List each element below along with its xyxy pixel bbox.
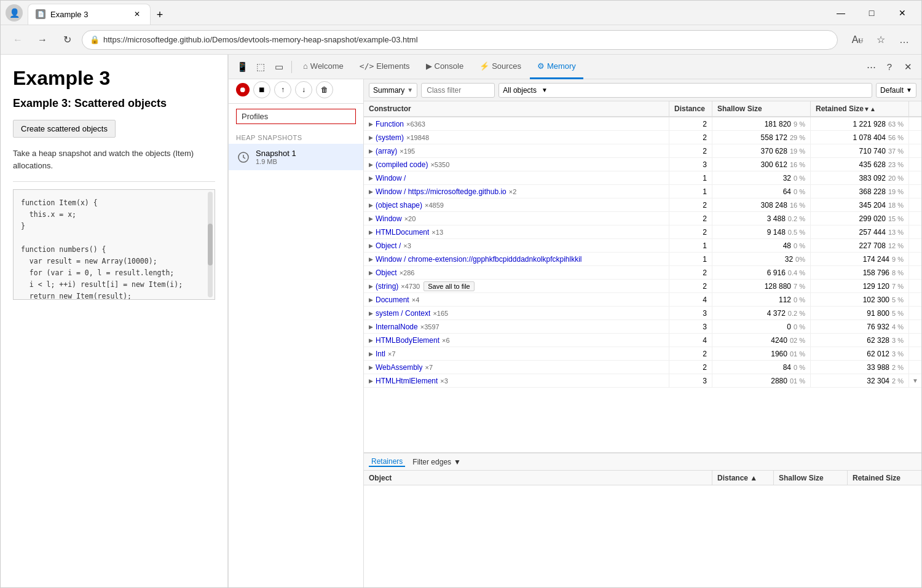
device-toolbar-button[interactable]: 📱 — [234, 58, 251, 76]
elements-tab-label: Elements — [376, 61, 409, 71]
default-select[interactable]: Default ▼ — [876, 83, 916, 98]
shallow-pct: 9 % — [794, 120, 805, 128]
devtools-close-button[interactable]: ✕ — [899, 58, 916, 76]
table-row[interactable]: ▶Document×441120 %102 3005 % — [364, 293, 921, 307]
devtools-tab-console[interactable]: ▶ Console — [419, 55, 471, 79]
td-shallow: 558 17229 % — [712, 131, 811, 144]
table-row[interactable]: ▶HTMLBodyElement×64424002 %62 3283 % — [364, 334, 921, 347]
constructor-count: ×7 — [388, 350, 396, 358]
snapshot-item[interactable]: Snapshot 1 1.9 MB — [229, 144, 363, 170]
reader-view-button[interactable]: Aᵾ — [848, 30, 867, 50]
td-retained: 102 3005 % — [811, 293, 909, 306]
constructor-name: Intl — [376, 350, 385, 358]
table-row[interactable]: ▶Window / chrome-extension://gpphkfbcpid… — [364, 253, 921, 266]
maximize-button[interactable]: □ — [857, 3, 886, 23]
expand-arrow[interactable]: ▶ — [369, 283, 373, 289]
expand-arrow[interactable]: ▶ — [369, 135, 373, 141]
load-button[interactable]: ↓ — [295, 81, 312, 98]
table-row[interactable]: ▶(string)×4730Save all to file2128 8807 … — [364, 280, 921, 293]
close-button[interactable]: ✕ — [888, 3, 916, 23]
devtools-tab-elements[interactable]: </> Elements — [352, 55, 417, 79]
url-bar[interactable]: 🔒 https://microsoftedge.github.io/Demos/… — [82, 30, 838, 50]
devtools-tab-sources[interactable]: ⚡ Sources — [472, 55, 529, 79]
forward-button[interactable]: → — [33, 30, 52, 50]
expand-arrow[interactable]: ▶ — [369, 378, 373, 384]
table-row[interactable]: ▶(compiled code)×53503300 61216 %435 628… — [364, 158, 921, 171]
summary-select[interactable]: Summary ▼ — [369, 83, 417, 98]
td-constructor: ▶(string)×4730Save all to file — [364, 280, 669, 292]
expand-arrow[interactable]: ▶ — [369, 162, 373, 168]
record-button[interactable]: ⏺ — [236, 83, 250, 96]
favorites-button[interactable]: ☆ — [871, 30, 891, 50]
devtools-tab-welcome[interactable]: ⌂ Welcome — [296, 55, 351, 79]
expand-arrow[interactable]: ▶ — [369, 310, 373, 316]
shallow-value: 9 148 — [767, 228, 786, 237]
th-retained[interactable]: Retained Size ▼▲ — [811, 101, 909, 116]
expand-arrow[interactable]: ▶ — [369, 148, 373, 154]
more-button[interactable]: … — [894, 30, 914, 50]
expand-arrow[interactable]: ▶ — [369, 202, 373, 208]
clear-button[interactable]: 🗑 — [316, 81, 333, 98]
code-scrollbar[interactable] — [208, 192, 213, 297]
new-tab-button[interactable]: + — [151, 6, 169, 25]
table-row[interactable]: ▶HTMLHtmlElement×33288001 %32 3042 %▼ — [364, 374, 921, 388]
td-sort — [909, 171, 921, 184]
table-row[interactable]: ▶(system)×198482558 17229 %1 078 40456 % — [364, 131, 921, 144]
expand-arrow[interactable]: ▶ — [369, 121, 373, 127]
table-row[interactable]: ▶(array)×1952370 62819 %710 74037 % — [364, 144, 921, 158]
create-scattered-objects-button[interactable]: Create scattered objects — [13, 120, 116, 138]
expand-arrow[interactable]: ▶ — [369, 189, 373, 195]
retained-pct: 8 % — [892, 269, 904, 276]
save-all-to-file-button[interactable]: Save all to file — [424, 281, 474, 291]
table-row[interactable]: ▶Function×63632181 8209 %1 221 92863 % — [364, 117, 921, 131]
td-sort — [909, 280, 921, 292]
retainers-tab[interactable]: Retainers — [369, 457, 405, 467]
summary-dropdown-arrow: ▼ — [407, 87, 413, 93]
table-row[interactable]: ▶Window / https://microsoftedge.github.i… — [364, 185, 921, 198]
table-row[interactable]: ▶Intl×72196001 %62 0123 % — [364, 347, 921, 361]
expand-arrow[interactable]: ▶ — [369, 216, 373, 222]
td-constructor: ▶HTMLDocument×13 — [364, 225, 669, 238]
expand-arrow[interactable]: ▶ — [369, 229, 373, 235]
expand-arrow[interactable]: ▶ — [369, 297, 373, 303]
refresh-button[interactable]: ↻ — [57, 30, 77, 50]
table-row[interactable]: ▶(object shape)×48592308 24816 %345 2041… — [364, 198, 921, 212]
expand-arrow[interactable]: ▶ — [369, 324, 373, 330]
expand-arrow[interactable]: ▶ — [369, 351, 373, 357]
table-row[interactable]: ▶InternalNode×3597300 %76 9324 % — [364, 320, 921, 334]
table-row[interactable]: ▶Object×28626 9160.4 %158 7968 % — [364, 266, 921, 280]
td-retained: 345 20418 % — [811, 198, 909, 211]
expand-arrow[interactable]: ▶ — [369, 270, 373, 276]
filter-edges-button[interactable]: Filter edges ▼ — [412, 458, 461, 466]
expand-arrow[interactable]: ▶ — [369, 256, 373, 262]
bottom-table-header: Object Distance ▲ Shallow Size Retained … — [364, 471, 921, 485]
expand-arrow[interactable]: ▶ — [369, 364, 373, 370]
all-objects-select[interactable]: All objects ▼ — [498, 83, 872, 98]
back-button[interactable]: ← — [8, 30, 28, 50]
devtools-more-button[interactable]: ⋯ — [862, 58, 880, 76]
browser-tab-example3[interactable]: 📄 Example 3 ✕ — [28, 4, 151, 25]
devtools-tab-memory[interactable]: ⚙ Memory — [530, 55, 583, 79]
upload-button[interactable]: ↑ — [274, 81, 291, 98]
table-row[interactable]: ▶Window×2023 4880.2 %299 02015 % — [364, 212, 921, 225]
inspect-button[interactable]: ⬚ — [252, 58, 269, 76]
heap-table: ▶Function×63632181 8209 %1 221 92863 %▶(… — [364, 117, 921, 452]
table-row[interactable]: ▶Object /×31480 %227 70812 % — [364, 239, 921, 253]
tab-close-button[interactable]: ✕ — [132, 9, 143, 20]
devtools-help-button[interactable]: ? — [881, 58, 898, 76]
td-constructor: ▶(object shape)×4859 — [364, 198, 669, 211]
table-row[interactable]: ▶WebAssembly×72840 %33 9882 % — [364, 361, 921, 374]
table-row[interactable]: ▶system / Context×16534 3720.2 %91 8005 … — [364, 307, 921, 320]
table-row[interactable]: ▶Window /1320 %383 09220 % — [364, 171, 921, 185]
expand-arrow[interactable]: ▶ — [369, 243, 373, 249]
expand-arrow[interactable]: ▶ — [369, 175, 373, 181]
td-sort — [909, 212, 921, 225]
profiles-title[interactable]: Profiles — [236, 109, 356, 124]
td-shallow: 300 61216 % — [712, 158, 811, 171]
expand-arrow[interactable]: ▶ — [369, 337, 373, 343]
table-row[interactable]: ▶HTMLDocument×1329 1480.5 %257 44413 % — [364, 225, 921, 239]
toggle-dock-button[interactable]: ▭ — [270, 58, 288, 76]
stop-button[interactable]: ⏹ — [253, 81, 270, 98]
minimize-button[interactable]: — — [827, 3, 855, 23]
class-filter-input[interactable] — [421, 83, 495, 98]
